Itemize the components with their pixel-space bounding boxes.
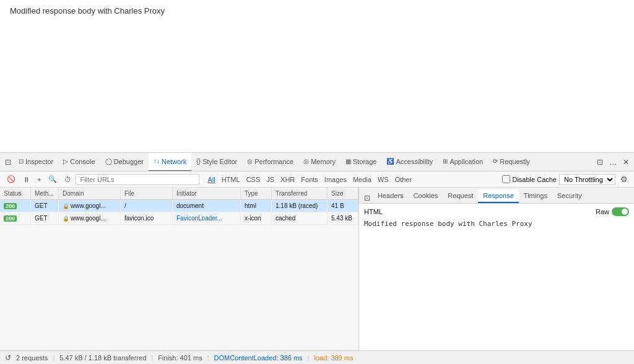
time-button[interactable]: ⏱	[61, 175, 74, 184]
status-sep-1: |	[53, 354, 54, 362]
filter-css[interactable]: CSS	[243, 175, 264, 184]
status-sep-4: |	[308, 354, 310, 362]
clear-requests-button[interactable]: 🚫	[4, 174, 19, 184]
col-transferred: Transferred	[272, 188, 328, 199]
table-row[interactable]: 200 GET 🔒www.googl... favicon.ico Favico…	[0, 212, 358, 225]
more-button[interactable]: …	[607, 154, 619, 171]
tab-memory[interactable]: ◎ Memory	[298, 153, 341, 171]
lock-icon: 🔒	[63, 215, 69, 222]
cell-domain: 🔒www.googl...	[59, 200, 121, 212]
status-badge: 200	[4, 215, 17, 222]
table-row[interactable]: 200 GET 🔒www.googl... / document html 1.…	[0, 200, 358, 212]
response-panel: ⊡ Headers Cookies Request Response Timin…	[359, 188, 634, 350]
cell-status: 200	[0, 212, 31, 224]
add-filter-button[interactable]: +	[34, 175, 44, 184]
response-panel-toggle[interactable]: ⊡	[362, 193, 373, 203]
tab-debugger[interactable]: ◯ Debugger	[100, 153, 149, 171]
tab-security[interactable]: Security	[552, 189, 587, 203]
status-sep-3: |	[207, 354, 209, 362]
tab-cookies[interactable]: Cookies	[409, 189, 443, 203]
devtools-toolbar-right: ⊡ … ✕	[594, 154, 632, 171]
search-button[interactable]: 🔍	[45, 174, 60, 184]
tab-response[interactable]: Response	[478, 189, 519, 203]
filter-ws[interactable]: WS	[375, 175, 392, 184]
col-status: Status	[0, 188, 31, 199]
tab-accessibility[interactable]: ♿ Accessibility	[381, 153, 438, 171]
tab-headers[interactable]: Headers	[373, 189, 409, 203]
cell-method: GET	[31, 200, 59, 212]
cell-domain: 🔒www.googl...	[59, 212, 121, 224]
performance-icon: ◎	[247, 158, 253, 165]
devtools-main: Status Meth... Domain File Initiator Typ…	[0, 188, 634, 350]
col-size: Size	[328, 188, 358, 199]
filter-other[interactable]: Other	[392, 175, 415, 184]
style-editor-icon: {}	[196, 158, 201, 165]
tab-requestly[interactable]: ⟳ Requestly	[488, 153, 535, 171]
inspector-icon: ⊡	[19, 158, 24, 165]
cell-file: /	[121, 200, 173, 212]
network-table: Status Meth... Domain File Initiator Typ…	[0, 188, 359, 350]
col-initiator: Initiator	[173, 188, 241, 199]
tab-timings[interactable]: Timings	[519, 189, 552, 203]
status-finish: Finish: 401 ms	[158, 354, 202, 362]
filter-xhr[interactable]: XHR	[277, 175, 298, 184]
storage-icon: ▦	[345, 158, 351, 165]
tab-application[interactable]: ⊞ Application	[438, 153, 488, 171]
reload-icon[interactable]: ↺	[5, 353, 11, 362]
filter-js[interactable]: JS	[263, 175, 277, 184]
filter-media[interactable]: Media	[350, 175, 375, 184]
cell-status: 200	[0, 200, 31, 212]
status-dom-content-loaded: DOMContentLoaded: 386 ms	[214, 354, 303, 362]
page-title: Modified response body with Charles Prox…	[10, 6, 165, 15]
tab-network[interactable]: ↑↓ Network	[149, 153, 191, 171]
throttle-select[interactable]: No Throttling	[559, 174, 615, 185]
network-settings-button[interactable]: ⚙	[618, 174, 630, 184]
raw-toggle-switch[interactable]	[612, 207, 629, 216]
response-content: HTML Raw Modified response body with Cha…	[359, 204, 634, 350]
network-icon: ↑↓	[154, 158, 160, 165]
memory-icon: ◎	[303, 158, 309, 165]
tab-console[interactable]: ▷ Console	[58, 153, 100, 171]
raw-label: Raw	[596, 208, 609, 215]
col-domain: Domain	[59, 188, 121, 199]
filter-all[interactable]: All	[204, 175, 218, 184]
browser-content: Modified response body with Charles Prox…	[0, 0, 634, 152]
col-file: File	[121, 188, 173, 199]
network-right-options: Disable Cache No Throttling ⚙	[502, 174, 630, 185]
raw-toggle: Raw	[596, 207, 629, 216]
cell-size: 41 B	[328, 200, 358, 212]
response-tabs: ⊡ Headers Cookies Request Response Timin…	[359, 188, 634, 204]
tab-storage[interactable]: ▦ Storage	[341, 153, 382, 171]
console-icon: ▷	[63, 158, 68, 165]
filter-images[interactable]: Images	[321, 175, 350, 184]
tab-inspector[interactable]: ⊡ Inspector	[14, 153, 58, 171]
cell-file: favicon.ico	[121, 212, 173, 224]
filter-html[interactable]: HTML	[219, 175, 243, 184]
tab-style-editor[interactable]: {} Style Editor	[191, 153, 242, 171]
disable-cache-checkbox[interactable]	[502, 175, 510, 183]
filter-fonts[interactable]: Fonts	[298, 175, 321, 184]
status-transferred: 5.47 kB / 1.18 kB transferred	[59, 354, 146, 362]
toggle-knob	[622, 209, 628, 215]
debugger-icon: ◯	[105, 158, 112, 165]
table-body: 200 GET 🔒www.googl... / document html 1.…	[0, 200, 358, 350]
status-load: load: 389 ms	[314, 354, 353, 362]
tab-performance[interactable]: ◎ Performance	[242, 153, 298, 171]
devtools-toolbar: ⊡ ⊡ Inspector ▷ Console ◯ Debugger ↑↓ Ne…	[0, 153, 634, 171]
close-devtools-button[interactable]: ✕	[620, 154, 632, 171]
status-sep-2: |	[151, 354, 153, 362]
response-body: Modified response body with Charles Prox…	[364, 220, 629, 228]
filter-url-input[interactable]	[76, 174, 199, 185]
disable-cache-label[interactable]: Disable Cache	[502, 175, 557, 183]
type-filter-bar: All HTML CSS JS XHR Fonts Images Media W…	[204, 175, 415, 184]
pause-recording-button[interactable]: ⏸	[20, 175, 33, 184]
cell-initiator: FaviconLoader...	[173, 212, 241, 224]
application-icon: ⊞	[443, 158, 448, 165]
cell-transferred: cached	[272, 212, 328, 224]
table-header: Status Meth... Domain File Initiator Typ…	[0, 188, 358, 200]
tab-request[interactable]: Request	[443, 189, 478, 203]
dock-button[interactable]: ⊡	[594, 154, 606, 171]
inspect-element-button[interactable]: ⊡	[2, 154, 14, 171]
response-subheader: HTML Raw	[364, 207, 629, 216]
cell-type: html	[241, 200, 272, 212]
